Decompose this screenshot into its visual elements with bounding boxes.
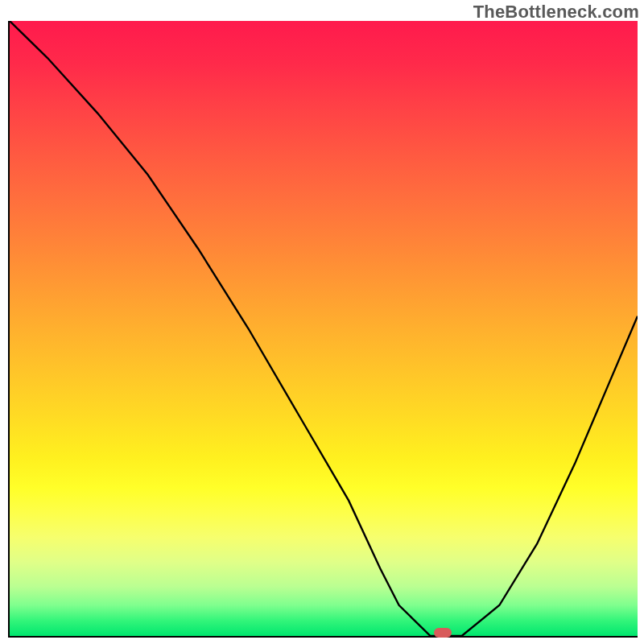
plot-area <box>8 21 638 638</box>
chart-frame: TheBottleneck.com <box>0 0 644 644</box>
curve-path <box>10 21 638 636</box>
bottleneck-curve <box>10 21 638 636</box>
minimum-marker <box>434 628 452 638</box>
watermark-text: TheBottleneck.com <box>473 2 639 23</box>
